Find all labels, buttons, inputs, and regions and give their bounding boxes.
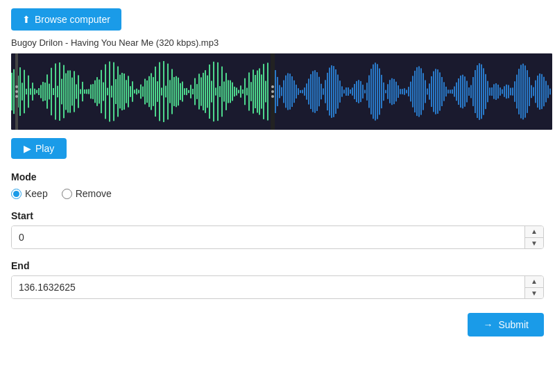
handle-dot — [15, 90, 18, 93]
divider-dot — [271, 95, 274, 98]
waveform-left-section — [11, 53, 271, 130]
submit-arrow-icon: → — [483, 319, 493, 330]
play-button[interactable]: ▶ Play — [11, 138, 67, 159]
submit-label: Submit — [498, 319, 529, 330]
submit-row: → Submit — [11, 313, 544, 336]
start-decrement-button[interactable]: ▼ — [525, 238, 543, 249]
mode-remove-radio[interactable] — [62, 189, 72, 199]
left-handle[interactable] — [15, 53, 18, 130]
divider-dot — [271, 90, 274, 93]
divider-dot — [271, 85, 274, 88]
end-input[interactable] — [12, 276, 524, 298]
waveform-right-section — [275, 53, 552, 130]
mode-radio-group: Keep Remove — [11, 188, 544, 199]
browse-label: Browse computer — [35, 14, 110, 25]
end-input-wrap: ▲ ▼ — [11, 275, 544, 299]
browse-computer-button[interactable]: ⬆ Browse computer — [11, 8, 121, 31]
start-section: Start ▲ ▼ — [11, 210, 544, 249]
file-name: Bugoy Drilon - Having You Near Me (320 k… — [11, 37, 544, 48]
handle-dot — [15, 95, 18, 98]
start-spinner-buttons: ▲ ▼ — [524, 226, 543, 248]
mode-section: Mode Keep Remove — [11, 171, 544, 199]
start-input[interactable] — [12, 226, 524, 248]
end-decrement-button[interactable]: ▼ — [525, 288, 543, 299]
waveform-container — [11, 53, 552, 130]
handle-dot — [15, 85, 18, 88]
end-increment-button[interactable]: ▲ — [525, 276, 543, 288]
mode-keep-label: Keep — [25, 188, 48, 199]
start-label: Start — [11, 210, 544, 221]
end-spinner-buttons: ▲ ▼ — [524, 276, 543, 298]
end-section: End ▲ ▼ — [11, 260, 544, 299]
mode-remove-label: Remove — [76, 188, 112, 199]
mode-keep-radio[interactable] — [11, 189, 22, 199]
submit-button[interactable]: → Submit — [468, 313, 544, 336]
upload-icon: ⬆ — [22, 14, 31, 25]
play-label: Play — [35, 143, 54, 154]
mode-label: Mode — [11, 171, 544, 182]
waveform-right-canvas — [275, 53, 552, 130]
mode-remove-option[interactable]: Remove — [62, 188, 112, 199]
waveform-divider[interactable] — [271, 53, 275, 130]
mode-keep-option[interactable]: Keep — [11, 188, 48, 199]
play-icon: ▶ — [24, 143, 31, 154]
start-input-wrap: ▲ ▼ — [11, 225, 544, 249]
start-increment-button[interactable]: ▲ — [525, 226, 543, 238]
end-label: End — [11, 260, 544, 271]
waveform-left-canvas — [11, 53, 271, 130]
